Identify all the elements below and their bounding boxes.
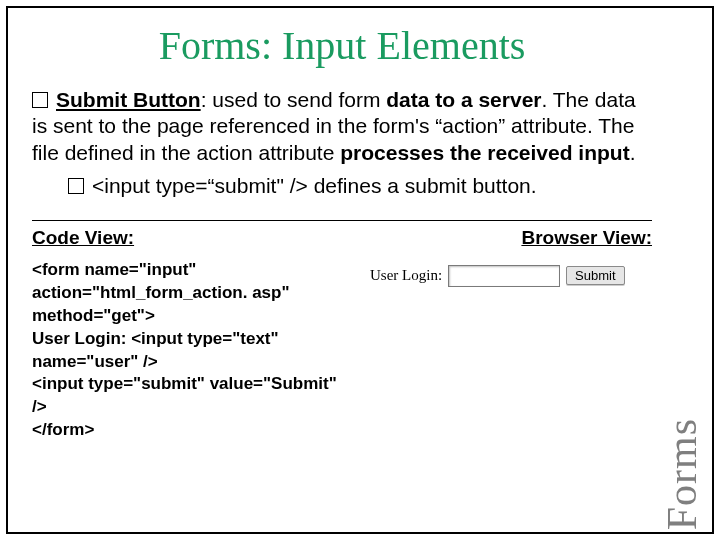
view-labels-row: Code View: Browser View: [32,227,652,249]
square-bullet-icon [68,178,84,194]
submit-button[interactable]: Submit [566,266,624,285]
slide-frame: Forms: Input Elements Submit Button: use… [6,6,714,534]
slide-title: Forms: Input Elements [32,22,652,69]
vertical-section-label: Forms [658,418,706,530]
lower-columns: <form name="input" action="html_form_act… [32,259,652,443]
subline-text: <input type=“submit" /> defines a submit… [92,174,537,197]
lead-term: Submit Button [56,88,201,111]
para-seg1: : used to send form [201,88,387,111]
browser-view-label: Browser View: [521,227,652,249]
code-snippet: <form name="input" action="html_form_act… [32,259,352,443]
para-bold2: processes the received input [340,141,629,164]
para-bold1: data to a server [386,88,541,111]
square-bullet-icon [32,92,48,108]
browser-demo: User Login: Submit [370,265,625,287]
demo-label: User Login: [370,267,442,284]
submit-button-description: Submit Button: used to send form data to… [32,87,652,166]
sub-bullet: <input type=“submit" /> defines a submit… [68,174,652,198]
code-view-label: Code View: [32,227,134,249]
para-seg3: . [630,141,636,164]
divider [32,220,652,221]
user-login-input[interactable] [448,265,560,287]
